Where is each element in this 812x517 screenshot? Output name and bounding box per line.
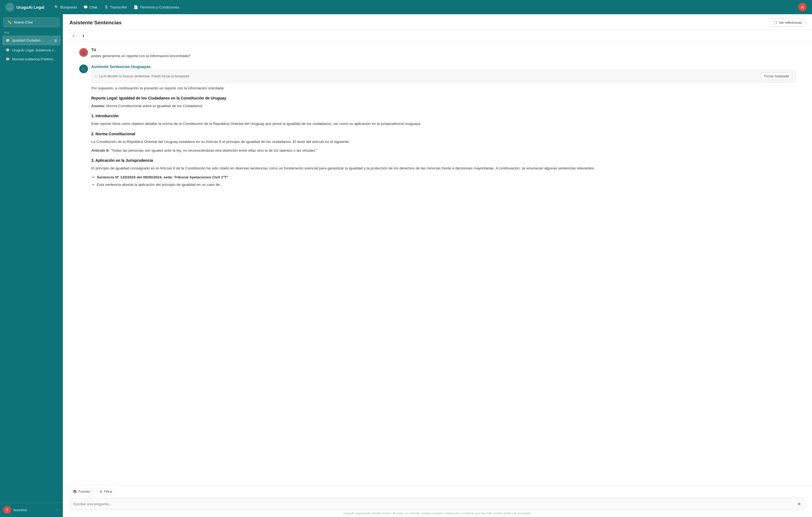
nav-chat[interactable]: 💬 Chat	[83, 5, 97, 9]
user-avatar-msg: 👤	[79, 48, 88, 57]
nav-links: 🔍 Búsqueda 💬 Chat 🎙️ Transcribir 📄 Térmi…	[54, 5, 179, 9]
sidebar-item-normas[interactable]: 💬 Normas Audiencia Preliminar CGP	[2, 55, 61, 63]
assistant-sender-label: Asistente Sentencias Uruguayas	[91, 64, 795, 69]
sentence-item-1: Sentencia Nº 120/2024 del 08/05/2024, se…	[97, 174, 795, 180]
asunto-text: Norma Constitucional sobre la Igualdad d…	[106, 104, 202, 108]
sentence-text-1: Esta sentencia aborda la aplicación del …	[97, 182, 223, 186]
send-icon: ➤	[797, 501, 801, 507]
chat-item-icon-2: 💬	[5, 48, 10, 52]
sentences-list: Sentencia Nº 120/2024 del 08/05/2024, se…	[97, 174, 795, 188]
section1-title: 1. Introducción	[91, 113, 795, 119]
chat-header: Asistente Sentencias 📑 Ver referencias	[63, 14, 812, 30]
notice-icon: □	[95, 74, 97, 78]
sidebar-footer: F Anonimo ···	[0, 502, 63, 517]
busqueda-icon: 🔍	[54, 5, 59, 9]
chat-item-icon: 💬	[5, 38, 10, 42]
assistant-avatar-msg: ⚖️	[79, 64, 88, 73]
sidebar-section-today: Hoy	[0, 27, 63, 35]
user-message-text: podes generarme un reporte con la inform…	[91, 53, 795, 59]
item-actions: ··· 🗑	[47, 38, 57, 43]
footer-menu-button[interactable]: ···	[56, 508, 60, 512]
chat-input[interactable]	[74, 502, 794, 506]
report-asunto: Asunto: Norma Constitucional sobre la Ig…	[91, 103, 795, 109]
download-icon: ⬇	[82, 34, 85, 38]
sidebar-item-igualdad[interactable]: 💬 Igualdad Ciudadana en la Cons ··· 🗑	[2, 35, 61, 46]
articulo-label: Artículo 8:	[91, 148, 110, 152]
report-content: Por supuesto, a continuación te presento…	[91, 85, 795, 188]
doc-icon: 📄	[134, 5, 138, 9]
response-intro: Por supuesto, a continuación te presento…	[91, 85, 795, 91]
item-dots-button[interactable]: ···	[47, 38, 53, 43]
section3-title: 3. Aplicación en la Jurisprudencia	[91, 157, 795, 164]
sidebar-item-asistencia[interactable]: 💬 UruguAi Legal: Asistencia Jurídica	[2, 46, 61, 54]
ai-notice: □ La IA decidió no buscar sentencias. Pu…	[91, 70, 795, 83]
disclaimer-text: UruguAi Legal puede cometer errores. Al …	[69, 510, 806, 515]
asunto-label: Asunto:	[91, 104, 105, 108]
fuentes-button[interactable]: 📚 Fuentes	[69, 488, 94, 495]
item-delete-button[interactable]: 🗑	[54, 38, 57, 42]
chat-header-right: 📑 Ver referencias	[770, 19, 806, 27]
section2-text: La Constitución de la República Oriental…	[91, 139, 795, 145]
app-name: UruguAi Legal	[17, 5, 45, 9]
nav-terminos[interactable]: 📄 Términos y Condiciones	[134, 5, 179, 9]
assistant-message: ⚖️ Asistente Sentencias Uruguayas □ La I…	[79, 64, 795, 190]
report-main-title: Reporte Legal: Igualdad de los Ciudadano…	[91, 95, 795, 102]
logo-icon: ⚖️	[5, 3, 14, 11]
content-area: Asistente Sentencias 📑 Ver referencias ↗…	[63, 14, 812, 517]
chat-item-icon-3: 💬	[5, 57, 10, 61]
sidebar: ✏️ Nuevo Chat Hoy 💬 Igualdad Ciudadana e…	[0, 14, 63, 517]
articulo-quote: "Todas las personas son iguales ante la …	[111, 148, 318, 152]
chat-footer: 📚 Fuentes ⚙ Filtrar ➤ UruguAi Legal pued…	[63, 485, 812, 517]
share-icon: ↗	[72, 34, 75, 38]
referencias-icon: 📑	[773, 21, 778, 25]
filtrar-button[interactable]: ⚙ Filtrar	[96, 488, 116, 495]
section1-text: Este reporte tiene como objetivo detalla…	[91, 121, 795, 127]
sentence-title-1: Sentencia Nº 120/2024 del 08/05/2024, se…	[97, 175, 228, 179]
sidebar-item-label: Igualdad Ciudadana en la Cons	[12, 38, 45, 42]
chat-toolbar: ↗ ⬇	[63, 30, 812, 42]
footer-avatar: F	[3, 506, 11, 514]
user-message: 👤 Tú podes generarme un reporte con la i…	[79, 48, 795, 59]
articulo-text: Artículo 8: "Todas las personas son igua…	[91, 148, 795, 153]
user-icon: 👤	[81, 51, 86, 55]
mic-icon: 🎙️	[104, 5, 109, 9]
send-button[interactable]: ➤	[797, 501, 801, 507]
fuentes-icon: 📚	[73, 490, 77, 493]
sidebar-item-label-3: Normas Audiencia Preliminar CGP	[12, 57, 57, 61]
chat-title: Asistente Sentencias	[69, 20, 122, 26]
footer-actions: 📚 Fuentes ⚙ Filtrar	[69, 488, 806, 495]
chat-input-row: ➤	[69, 498, 806, 510]
sentence-item-2: Esta sentencia aborda la aplicación del …	[97, 182, 795, 188]
user-avatar[interactable]: A	[798, 3, 807, 11]
new-chat-icon: ✏️	[7, 20, 12, 24]
sidebar-item-label-2: UruguAi Legal: Asistencia Jurídica	[12, 48, 57, 52]
force-search-button[interactable]: Forzar búsqueda	[761, 73, 792, 80]
chat-icon: 💬	[83, 5, 88, 9]
app-logo[interactable]: ⚖️ UruguAi Legal	[5, 3, 45, 11]
section3-text: El principio de igualdad consagrado en e…	[91, 165, 795, 171]
filter-icon: ⚙	[99, 490, 103, 493]
download-button[interactable]: ⬇	[80, 32, 87, 39]
nav-transcribir[interactable]: 🎙️ Transcribir	[104, 5, 127, 9]
ver-referencias-button[interactable]: 📑 Ver referencias	[770, 19, 806, 27]
footer-username: Anonimo	[13, 508, 54, 512]
topnav: ⚖️ UruguAi Legal 🔍 Búsqueda 💬 Chat 🎙️ Tr…	[0, 0, 812, 14]
share-button[interactable]: ↗	[69, 32, 77, 39]
user-message-content: Tú podes generarme un reporte con la inf…	[91, 48, 795, 59]
nav-busqueda[interactable]: 🔍 Búsqueda	[54, 5, 77, 9]
assistant-message-content: Asistente Sentencias Uruguayas □ La IA d…	[91, 64, 795, 190]
new-chat-button[interactable]: ✏️ Nuevo Chat	[3, 18, 60, 27]
ai-notice-text: La IA decidió no buscar sentencias. Pued…	[99, 74, 190, 78]
chat-messages: 👤 Tú podes generarme un reporte con la i…	[63, 42, 812, 485]
assistant-icon: ⚖️	[82, 67, 86, 71]
section2-title: 2. Norma Constitucional	[91, 131, 795, 137]
user-sender-label: Tú	[91, 48, 795, 52]
